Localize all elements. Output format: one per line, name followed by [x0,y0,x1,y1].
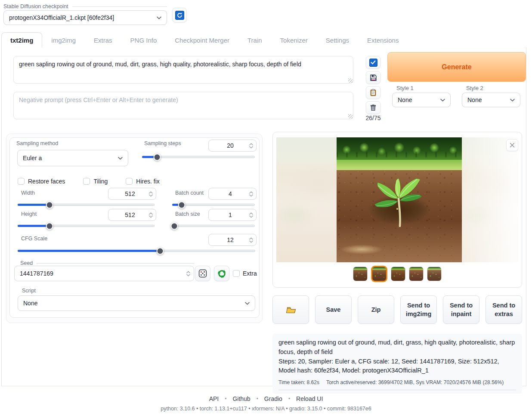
thumbnail-strip [273,266,522,282]
sampling-method-value: Euler a [23,155,42,161]
hires-fix-label: Hires. fix [136,178,159,185]
refresh-checkpoint-button[interactable] [172,8,187,22]
batch-size-slider[interactable] [172,225,255,227]
close-gallery-button[interactable] [506,139,518,151]
interrogate-button[interactable] [366,56,380,69]
apply-style-button[interactable] [366,86,380,99]
spinner-up-icon[interactable] [249,191,253,194]
send-to-inpaint-button[interactable]: Send to inpaint [443,295,479,324]
spinner-down-icon[interactable] [249,240,253,243]
random-seed-button[interactable] [195,266,210,281]
footer-link-api[interactable]: API [209,395,219,402]
width-input[interactable]: 512 [108,188,156,200]
style1-value: None [398,96,412,103]
sampling-method-dropdown[interactable]: Euler a [17,150,128,166]
spinner-down-icon[interactable] [249,215,253,218]
sampling-steps-slider[interactable] [142,156,255,158]
clipboard-icon [369,89,377,96]
cfg-scale-slider[interactable] [18,250,255,252]
thumbnail-4[interactable] [409,267,424,281]
chevron-down-icon [157,16,161,19]
spinner-up-icon[interactable] [249,143,253,146]
spinner-down-icon[interactable] [149,215,153,218]
reuse-seed-button[interactable] [214,266,229,281]
output-gallery [272,132,522,288]
send-to-extras-button[interactable]: Send to extras [486,295,522,324]
slider-knob[interactable] [46,201,53,208]
spinner-down-icon[interactable] [186,274,190,276]
tab-img2img[interactable]: img2img [42,33,85,49]
tab-txt2img[interactable]: txt2img [1,32,42,49]
sampling-steps-value: 20 [212,142,248,149]
resize-grip-icon[interactable] [348,114,353,118]
prompt-input[interactable]: green sapling rowing out of ground, mud,… [13,56,353,84]
sampling-steps-input[interactable]: 20 [208,140,257,152]
zip-button[interactable]: Zip [358,295,394,324]
footer-link-gradio[interactable]: Gradio [264,395,282,402]
chevron-down-icon [245,302,250,305]
thumbnail-2-selected[interactable] [371,266,387,282]
height-input[interactable]: 512 [108,209,156,221]
spinner-up-icon[interactable] [186,271,190,273]
tab-extensions[interactable]: Extensions [358,33,408,49]
checkpoint-dropdown[interactable]: protogenX34OfficialR_1.ckpt [60fe2f34] [3,10,167,25]
hires-fix-checkbox[interactable] [126,178,133,185]
resize-grip-icon[interactable] [348,78,353,83]
open-folder-button[interactable] [272,295,309,324]
slider-knob[interactable] [153,153,161,161]
restore-faces-checkbox[interactable] [18,178,25,185]
tab-settings[interactable]: Settings [317,33,358,49]
tab-train[interactable]: Train [238,33,271,49]
seed-input[interactable]: 1441787169 [14,266,194,281]
slider-knob[interactable] [178,201,185,208]
tab-png-info[interactable]: PNG Info [121,33,166,49]
thumbnail-1[interactable] [353,267,368,281]
slider-knob[interactable] [46,222,53,230]
spinner-down-icon[interactable] [249,146,253,149]
spinner-up-icon[interactable] [149,191,153,194]
style1-dropdown[interactable]: None [392,93,451,107]
negative-prompt-input[interactable] [13,92,353,119]
spinner-up-icon[interactable] [149,212,153,215]
save-style-button[interactable] [366,71,380,84]
spinner-up-icon[interactable] [249,237,253,240]
gallery-stage [276,137,518,262]
batch-count-label: Batch count [175,190,204,196]
script-value: None [23,300,37,307]
spinner-down-icon[interactable] [249,194,253,197]
blurred-side-panel [276,137,337,262]
folder-icon [286,306,296,314]
extra-seed-checkbox[interactable] [233,270,240,277]
batch-count-slider[interactable] [172,204,255,206]
generate-button[interactable]: Generate [387,52,526,82]
tab-checkpoint-merger[interactable]: Checkpoint Merger [166,33,238,49]
width-value: 512 [112,190,148,197]
tiling-checkbox[interactable] [83,178,90,185]
width-slider[interactable] [18,204,155,206]
checkpoint-selector-group: Stable Diffusion checkpoint protogenX34O… [3,3,167,25]
width-label: Width [21,190,35,196]
save-button[interactable]: Save [315,295,352,324]
info-prompt-text: green sapling rowing out of ground, mud,… [278,338,516,357]
spinner-up-icon[interactable] [249,212,253,215]
thumbnail-3[interactable] [391,267,405,281]
slider-knob[interactable] [170,222,178,230]
footer-link-github[interactable]: Github [232,395,250,402]
cfg-scale-input[interactable]: 12 [208,234,257,246]
clear-prompt-button[interactable] [366,101,380,114]
tab-tokenizer[interactable]: Tokenizer [271,33,317,49]
thumbnail-5[interactable] [427,267,442,281]
tab-extras[interactable]: Extras [85,33,121,49]
height-slider[interactable] [18,225,155,227]
spinner-down-icon[interactable] [149,194,153,197]
check-icon [369,59,377,67]
batch-size-input[interactable]: 1 [208,209,257,221]
footer-link-reload-ui[interactable]: Reload UI [296,395,323,402]
script-dropdown[interactable]: None [18,295,255,311]
slider-knob[interactable] [157,247,164,255]
batch-count-input[interactable]: 4 [208,188,257,200]
style2-dropdown[interactable]: None [462,93,520,107]
style2-label: Style 2 [466,85,483,91]
generated-image[interactable] [337,137,462,262]
send-to-img2img-button[interactable]: Send to img2img [400,295,437,324]
